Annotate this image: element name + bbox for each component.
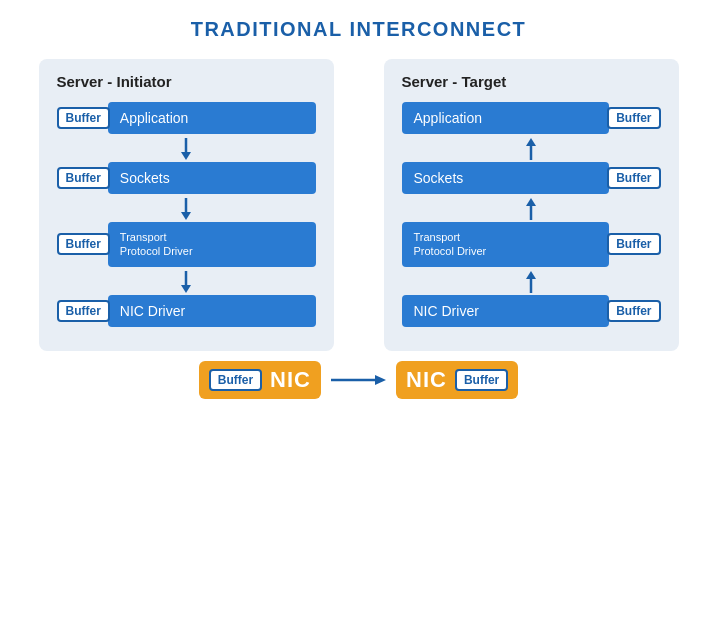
arrow-up-1 <box>522 138 540 160</box>
svg-marker-10 <box>526 271 536 279</box>
target-buf-nicdriver: Buffer <box>607 300 660 322</box>
initiator-label-nicdriver: NIC Driver <box>108 295 316 327</box>
target-label-application: Application <box>402 102 610 134</box>
target-layer-tpd: Transport Protocol Driver Buffer <box>402 222 661 267</box>
target-nic-label: NIC <box>406 367 447 393</box>
initiator-nic-box: Buffer NIC <box>199 361 321 399</box>
target-layer-sockets: Sockets Buffer <box>402 162 661 194</box>
svg-marker-6 <box>526 138 536 146</box>
svg-marker-13 <box>375 375 386 385</box>
arrow-down-2 <box>177 198 195 220</box>
initiator-buf-application: Buffer <box>57 107 110 129</box>
main-title: TRADITIONAL INTERCONNECT <box>191 18 527 41</box>
target-label-sockets: Sockets <box>402 162 610 194</box>
initiator-buf-tpd: Buffer <box>57 233 110 255</box>
initiator-layer-nicdriver: Buffer NIC Driver <box>57 295 316 327</box>
svg-marker-8 <box>526 198 536 206</box>
arrow-up-2 <box>522 198 540 220</box>
server-target-title: Server - Target <box>402 73 507 90</box>
server-target-box: Server - Target Application Buffer Socke… <box>384 59 679 351</box>
initiator-label-application: Application <box>108 102 316 134</box>
initiator-buf-sockets: Buffer <box>57 167 110 189</box>
svg-marker-5 <box>181 285 191 293</box>
initiator-layer-tpd: Buffer Transport Protocol Driver <box>57 222 316 267</box>
arrow-down-3 <box>177 271 195 293</box>
initiator-layer-sockets: Buffer Sockets <box>57 162 316 194</box>
target-layer-application: Application Buffer <box>402 102 661 134</box>
svg-marker-3 <box>181 212 191 220</box>
bottom-nic-area: Buffer NIC NIC Buffer <box>20 361 697 399</box>
target-buf-sockets: Buffer <box>607 167 660 189</box>
arrow-up-3 <box>522 271 540 293</box>
initiator-nic-label: NIC <box>270 367 311 393</box>
server-initiator-title: Server - Initiator <box>57 73 172 90</box>
initiator-buf-nicdriver: Buffer <box>57 300 110 322</box>
target-label-nicdriver: NIC Driver <box>402 295 610 327</box>
target-layer-nicdriver: NIC Driver Buffer <box>402 295 661 327</box>
initiator-label-tpd: Transport Protocol Driver <box>108 222 316 267</box>
initiator-label-sockets: Sockets <box>108 162 316 194</box>
initiator-layer-application: Buffer Application <box>57 102 316 134</box>
svg-marker-1 <box>181 152 191 160</box>
target-nic-box: NIC Buffer <box>396 361 518 399</box>
server-initiator-box: Server - Initiator Buffer Application Bu… <box>39 59 334 351</box>
target-label-tpd: Transport Protocol Driver <box>402 222 610 267</box>
nic-horizontal-arrow <box>331 371 386 389</box>
initiator-nic-buf: Buffer <box>209 369 262 391</box>
target-buf-application: Buffer <box>607 107 660 129</box>
target-nic-buf: Buffer <box>455 369 508 391</box>
target-buf-tpd: Buffer <box>607 233 660 255</box>
arrow-down-1 <box>177 138 195 160</box>
